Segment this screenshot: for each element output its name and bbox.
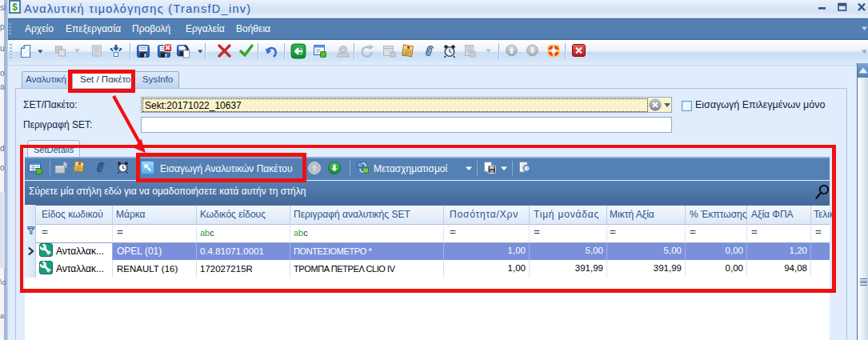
svg-text:$: $ — [12, 2, 18, 13]
